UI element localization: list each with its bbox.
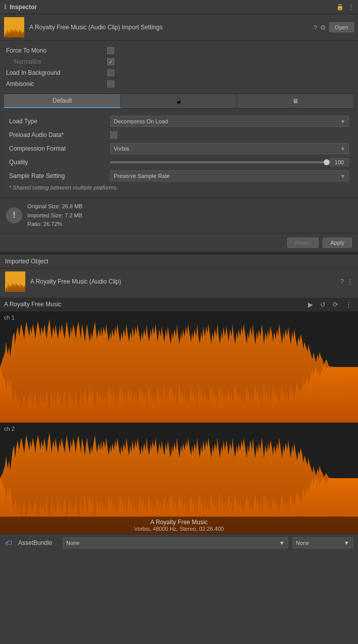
load-in-background-checkbox[interactable] bbox=[107, 69, 114, 76]
ch2-label: ch 2 bbox=[4, 426, 15, 432]
loop-button[interactable]: ↺ bbox=[318, 300, 328, 309]
compression-format-arrow: ▼ bbox=[340, 146, 345, 152]
force-to-mono-label: Force To Mono bbox=[6, 47, 107, 54]
ratio-value: 26.72% bbox=[43, 221, 62, 227]
waveform-container: A Royalty Free Music ▶ ↺ ⟳ ⋮ ch 1 ch 2 bbox=[0, 298, 358, 534]
ambisonic-label: Ambisonic bbox=[6, 80, 107, 87]
waveform-ch1: ch 1 bbox=[0, 311, 358, 423]
tab-default[interactable]: Default bbox=[4, 94, 121, 108]
sample-rate-arrow: ▼ bbox=[340, 173, 345, 179]
quality-slider-thumb[interactable] bbox=[324, 159, 330, 165]
normalize-label: Normalize bbox=[6, 58, 107, 65]
quality-row: Quality 100 bbox=[9, 156, 349, 168]
revert-button[interactable]: Revert bbox=[287, 238, 319, 248]
asset-bundle-label: AssetBundle bbox=[18, 539, 59, 546]
android-icon: 📱 bbox=[175, 98, 183, 105]
load-type-label: Load Type bbox=[9, 118, 110, 125]
waveform-info-sub: Vorbis, 48000 Hz, Stereo, 02:26.400 bbox=[2, 526, 356, 532]
menu-icon[interactable]: ⋮ bbox=[348, 4, 354, 11]
sample-rate-setting-dropdown[interactable]: Preserve Sample Rate ▼ bbox=[110, 170, 349, 181]
action-buttons: Revert Apply bbox=[0, 233, 358, 252]
title-bar: ℹ Inspector 🔒 ⋮ bbox=[0, 0, 358, 14]
waveform-menu-button[interactable]: ⋮ bbox=[343, 300, 354, 309]
object-thumbnail bbox=[5, 271, 25, 292]
original-size-label: Original Size: bbox=[27, 203, 60, 209]
load-type-arrow: ▼ bbox=[340, 119, 345, 124]
import-info: ! Original Size: 26.8 MB Imported Size: … bbox=[0, 198, 358, 233]
quality-label: Quality bbox=[9, 159, 110, 166]
object-help-icon[interactable]: ? bbox=[340, 278, 344, 285]
properties-section: Force To Mono Normalize ✓ Load In Backgr… bbox=[0, 41, 358, 94]
tag-icon: 🏷 bbox=[5, 539, 12, 547]
shared-setting-note: * Shared setting between multiple platfo… bbox=[9, 183, 349, 193]
platform-tabs: Default 📱 🖥 bbox=[4, 94, 354, 109]
compression-format-row: Compression Format Vorbis ▼ bbox=[9, 141, 349, 156]
sample-rate-setting-label: Sample Rate Setting bbox=[9, 172, 110, 179]
waveform-title: A Royalty Free Music bbox=[4, 301, 303, 308]
load-in-background-label: Load In Background bbox=[6, 69, 107, 76]
asset-bundle-variant-dropdown[interactable]: None ▼ bbox=[292, 537, 353, 548]
waveform-info-overlay: A Royalty Free Music Vorbis, 48000 Hz, S… bbox=[0, 517, 358, 534]
load-in-background-row: Load In Background bbox=[6, 67, 352, 78]
settings-section: Load Type Decompress On Load ▼ Preload A… bbox=[4, 111, 354, 196]
ratio-label: Ratio: bbox=[27, 221, 42, 227]
open-button[interactable]: Open bbox=[329, 22, 354, 32]
waveform-ch1-svg bbox=[0, 311, 358, 423]
ambisonic-row: Ambisonic bbox=[6, 78, 352, 89]
ambisonic-checkbox[interactable] bbox=[107, 80, 114, 87]
normalize-checkbox[interactable]: ✓ bbox=[107, 58, 114, 65]
compression-format-label: Compression Format bbox=[9, 145, 110, 152]
variant-arrow: ▼ bbox=[344, 540, 349, 546]
imported-object-row: A Royalty Free Music (Audio Clip) ? ⋮ bbox=[0, 268, 358, 295]
repeat-button[interactable]: ⟳ bbox=[331, 300, 340, 309]
help-icon[interactable]: ? bbox=[314, 24, 317, 31]
tab-android[interactable]: 📱 bbox=[121, 94, 238, 108]
sample-rate-setting-row: Sample Rate Setting Preserve Sample Rate… bbox=[9, 168, 349, 183]
object-title: A Royalty Free Music (Audio Clip) bbox=[30, 278, 335, 285]
imported-size-label: Imported Size: bbox=[27, 212, 63, 218]
inspector-title: Inspector bbox=[10, 4, 37, 11]
import-stats: Original Size: 26.8 MB Imported Size: 7.… bbox=[27, 202, 82, 229]
ch1-label: ch 1 bbox=[4, 314, 15, 320]
force-to-mono-row: Force To Mono bbox=[6, 45, 352, 56]
normalize-row: Normalize ✓ bbox=[6, 56, 352, 67]
load-type-row: Load Type Decompress On Load ▼ bbox=[9, 114, 349, 129]
desktop-icon: 🖥 bbox=[292, 98, 298, 105]
preload-audio-data-row: Preload Audio Data* bbox=[9, 129, 349, 141]
compression-format-dropdown[interactable]: Vorbis ▼ bbox=[110, 143, 349, 154]
quality-value: 100 bbox=[330, 158, 349, 166]
imported-size-value: 7.2 MB bbox=[65, 212, 82, 218]
imported-object-header: Imported Object bbox=[0, 255, 358, 268]
original-size-value: 26.8 MB bbox=[62, 203, 82, 209]
force-to-mono-checkbox[interactable] bbox=[107, 47, 114, 54]
apply-button[interactable]: Apply bbox=[323, 238, 352, 248]
quality-slider-track[interactable] bbox=[110, 161, 327, 163]
warning-icon: ! bbox=[6, 207, 22, 223]
settings-icon[interactable]: ⚙ bbox=[320, 24, 326, 31]
waveform-info-title: A Royalty Free Music bbox=[2, 519, 356, 526]
tab-desktop[interactable]: 🖥 bbox=[237, 94, 354, 108]
preload-audio-data-label: Preload Audio Data* bbox=[9, 131, 110, 139]
preload-audio-data-checkbox[interactable] bbox=[110, 131, 117, 139]
object-actions: ? ⋮ bbox=[340, 278, 353, 285]
object-menu-icon[interactable]: ⋮ bbox=[347, 278, 353, 285]
asset-thumbnail bbox=[4, 17, 24, 37]
info-icon: ℹ bbox=[4, 3, 7, 11]
play-button[interactable]: ▶ bbox=[306, 300, 315, 309]
lock-icon[interactable]: 🔒 bbox=[336, 4, 344, 11]
asset-title: A Royalty Free Music (Audio Clip) Import… bbox=[29, 24, 308, 31]
asset-header: A Royalty Free Music (Audio Clip) Import… bbox=[0, 14, 358, 41]
asset-bundle-dropdown[interactable]: None ▼ bbox=[63, 537, 288, 548]
load-type-dropdown[interactable]: Decompress On Load ▼ bbox=[110, 116, 349, 127]
waveform-toolbar: A Royalty Free Music ▶ ↺ ⟳ ⋮ bbox=[0, 298, 358, 311]
waveform-ch2: ch 2 A Royalty Free Music Vorbis, 48000 … bbox=[0, 423, 358, 534]
bundle-arrow: ▼ bbox=[279, 540, 285, 546]
asset-bundle-bar: 🏷 AssetBundle None ▼ None ▼ bbox=[0, 534, 358, 551]
